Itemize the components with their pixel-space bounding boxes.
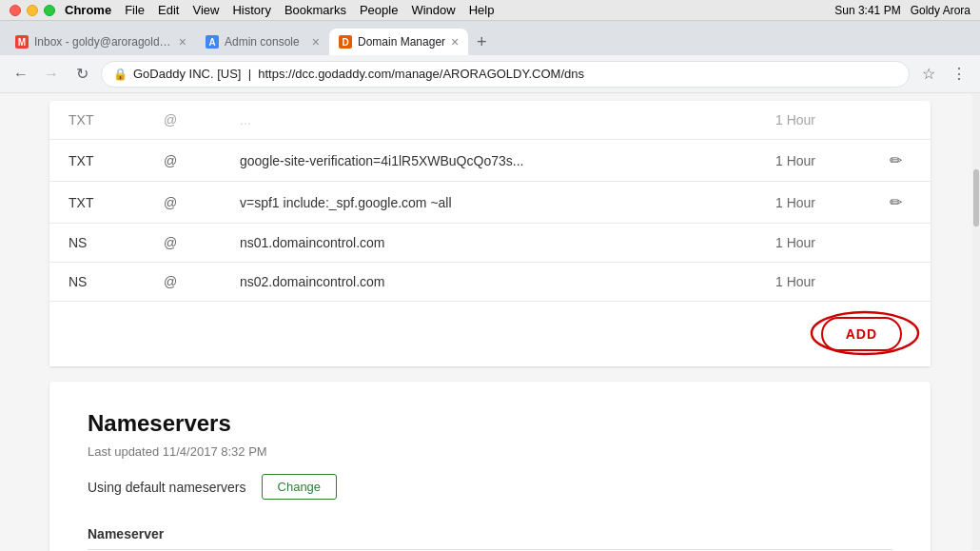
record-value: ns01.domaincontrol.com [221,224,756,263]
address-input[interactable]: 🔒 GoDaddy INC. [US] | https://dcc.godadd… [101,61,910,88]
table-row: NS @ ns02.domaincontrol.com 1 Hour [49,263,931,302]
record-edit-cell[interactable]: ✏ [871,182,931,224]
record-value: v=spf1 include:_spf.google.com ~all [221,182,756,224]
record-no-edit [871,263,931,302]
nameservers-card: Nameservers Last updated 11/4/2017 8:32 … [49,382,931,551]
table-row: TXT @ google-site-verification=4i1lR5XWB… [49,140,931,182]
record-type: NS [49,224,145,263]
menu-people[interactable]: People [360,3,398,17]
chrome-menu-button[interactable]: ⋮ [948,63,970,86]
mac-os-bar: Chrome File Edit View History Bookmarks … [0,0,980,21]
address-site-name: GoDaddy INC. [US] [133,67,241,81]
record-no-edit [871,224,931,263]
nameservers-title: Nameservers [88,410,892,437]
tab-admin-close[interactable]: × [312,34,320,49]
menu-window[interactable]: Window [411,3,455,17]
mac-menu-bar: Chrome File Edit View History Bookmarks … [65,3,494,17]
menu-file[interactable]: File [125,3,145,17]
mac-user: Goldy Arora [911,4,970,17]
bookmark-button[interactable]: ☆ [917,63,940,86]
nameserver-column-header: Nameserver [88,519,892,550]
record-type: TXT [49,101,145,140]
window-controls[interactable] [10,5,55,16]
record-ttl: 1 Hour [756,224,871,263]
gmail-favicon: M [15,35,29,49]
tab-domain-label: Domain Manager [358,35,445,49]
record-host: @ [145,101,221,140]
record-type: NS [49,263,145,302]
record-ttl: 1 Hour [756,140,871,182]
record-value: google-site-verification=4i1lR5XWBuQcQo7… [221,140,756,182]
dns-records-card: TXT @ ... 1 Hour TXT @ google-site-verif… [49,101,931,366]
record-type: TXT [49,182,145,224]
record-host: @ [145,224,221,263]
new-tab-button[interactable]: + [468,29,495,55]
using-default-label: Using default nameservers [88,480,246,495]
record-value: ns02.domaincontrol.com [221,263,756,302]
back-button[interactable]: ← [10,63,32,86]
menu-history[interactable]: History [232,3,270,17]
record-edit [871,101,931,140]
minimize-dot[interactable] [27,5,38,16]
tab-gmail-close[interactable]: × [179,34,186,49]
forward-button[interactable]: → [40,63,63,86]
scrollbar-thumb[interactable] [973,169,979,226]
mac-status-bar: Sun 3:41 PM Goldy Arora [834,4,970,17]
dns-table: TXT @ ... 1 Hour TXT @ google-site-verif… [49,101,931,302]
edit-icon[interactable]: ✏ [890,194,902,210]
vertical-scrollbar[interactable] [972,93,980,550]
page-content: TXT @ ... 1 Hour TXT @ google-site-verif… [0,93,980,551]
table-row: NS @ ns01.domaincontrol.com 1 Hour [49,224,931,263]
tab-admin-label: Admin console [225,35,306,49]
change-nameservers-button[interactable]: Change [262,474,338,500]
svg-point-0 [812,312,918,354]
address-site-label: GoDaddy INC. [US] | https://dcc.godaddy.… [133,67,584,81]
reload-button[interactable]: ↻ [70,63,93,86]
menu-view[interactable]: View [192,3,219,17]
mac-time: Sun 3:41 PM [834,4,900,17]
record-ttl: 1 Hour [756,182,871,224]
add-button-circle-decoration [808,309,922,357]
record-host: @ [145,140,221,182]
menu-chrome[interactable]: Chrome [65,3,111,17]
domain-favicon: D [339,35,352,49]
tab-domain-close[interactable]: × [451,34,459,49]
security-lock-icon: 🔒 [113,68,127,81]
tab-domain-manager[interactable]: D Domain Manager × [329,29,468,55]
menu-edit[interactable]: Edit [158,3,179,17]
record-value: ... [221,101,756,140]
table-row: TXT @ ... 1 Hour [49,101,931,140]
record-type: TXT [49,140,145,182]
admin-favicon: A [206,35,219,49]
menu-bookmarks[interactable]: Bookmarks [284,3,346,17]
edit-icon[interactable]: ✏ [890,152,902,168]
add-button-container: ADD [49,302,931,366]
menu-help[interactable]: Help [469,3,495,17]
address-url: https://dcc.godaddy.com/manage/ARORAGOLD… [258,67,584,81]
nameservers-default-row: Using default nameservers Change [88,474,892,500]
record-host: @ [145,182,221,224]
address-bar: ← → ↻ 🔒 GoDaddy INC. [US] | https://dcc.… [0,55,980,93]
nameservers-updated: Last updated 11/4/2017 8:32 PM [88,444,892,459]
close-dot[interactable] [10,5,21,16]
tab-admin[interactable]: A Admin console × [196,29,329,55]
record-edit-cell[interactable]: ✏ [871,140,931,182]
maximize-dot[interactable] [44,5,55,16]
table-row: TXT @ v=spf1 include:_spf.google.com ~al… [49,182,931,224]
record-host: @ [145,263,221,302]
record-ttl: 1 Hour [756,263,871,302]
tab-gmail-label: Inbox - goldy@aroragoldy.com [34,35,173,49]
chrome-tabs-bar: M Inbox - goldy@aroragoldy.com × A Admin… [0,21,980,55]
record-ttl: 1 Hour [756,101,871,140]
tab-gmail[interactable]: M Inbox - goldy@aroragoldy.com × [6,29,196,55]
